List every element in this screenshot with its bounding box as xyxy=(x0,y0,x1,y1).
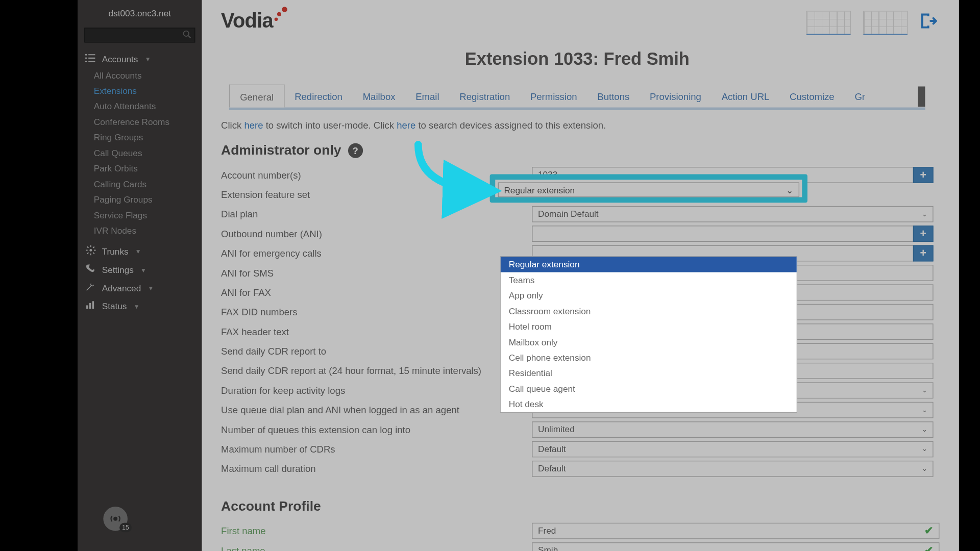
caret-down-icon: ▼ xyxy=(135,248,141,255)
caret-down-icon: ▼ xyxy=(148,285,154,291)
option-cell-phone-extension[interactable]: Cell phone extension xyxy=(501,350,797,365)
option-app-only[interactable]: App only xyxy=(501,288,797,303)
wrench-icon xyxy=(84,282,96,294)
logout-icon[interactable] xyxy=(920,12,939,34)
chevron-down-icon: ⌄ xyxy=(922,386,927,394)
sidebar-item-conference-rooms[interactable]: Conference Rooms xyxy=(94,114,202,130)
header: Vodia xyxy=(202,0,952,39)
nav-advanced[interactable]: Advanced ▼ xyxy=(78,278,202,296)
add-button[interactable]: + xyxy=(913,245,933,261)
hint-text: Click here to switch into user-mode. Cli… xyxy=(202,110,952,136)
sidebar-item-call-queues[interactable]: Call Queues xyxy=(94,145,202,161)
label: Account number(s) xyxy=(221,166,532,183)
input[interactable] xyxy=(532,226,914,242)
tab-permission[interactable]: Permission xyxy=(520,85,587,108)
connection-badge[interactable] xyxy=(103,507,128,531)
input[interactable] xyxy=(532,542,939,551)
header-grid-1[interactable] xyxy=(806,11,850,35)
label: Number of queues this extension can log … xyxy=(221,421,532,438)
header-grid-2[interactable] xyxy=(863,11,907,35)
tab-gr[interactable]: Gr xyxy=(844,85,875,108)
section-profile-label: Account Profile xyxy=(221,498,321,514)
tab-buttons[interactable]: Buttons xyxy=(587,85,640,108)
hint-post: to search devices assigned to this exten… xyxy=(415,119,606,130)
sidebar-item-calling-cards[interactable]: Calling Cards xyxy=(94,177,202,192)
nav-accounts[interactable]: Accounts ▼ xyxy=(78,49,202,68)
sidebar-item-ivr-nodes[interactable]: IVR Nodes xyxy=(94,223,202,238)
help-icon[interactable]: ? xyxy=(348,143,362,158)
option-classroom-extension[interactable]: Classroom extension xyxy=(501,303,797,318)
nav-advanced-label: Advanced xyxy=(102,283,141,293)
option-teams[interactable]: Teams xyxy=(501,272,797,288)
label: ANI for FAX xyxy=(221,284,532,300)
hint-link-usermode[interactable]: here xyxy=(244,119,263,130)
tab-mailbox[interactable]: Mailbox xyxy=(352,85,405,108)
tab-registration[interactable]: Registration xyxy=(449,85,520,108)
svg-rect-18 xyxy=(89,303,91,309)
select[interactable]: Default⌄ xyxy=(532,441,933,457)
select[interactable]: Domain Default⌄ xyxy=(532,206,933,222)
highlight-feature-set: Regular extension ⌄ xyxy=(490,174,807,203)
tab-provisioning[interactable]: Provisioning xyxy=(640,85,712,108)
tab-email[interactable]: Email xyxy=(405,85,449,108)
list-icon xyxy=(84,54,96,65)
tab-action-url[interactable]: Action URL xyxy=(711,85,779,108)
tabs: GeneralRedirectionMailboxEmailRegistrati… xyxy=(229,85,925,110)
row-dial-plan: Dial planDomain Default⌄ xyxy=(221,204,933,223)
sidebar-item-all-accounts[interactable]: All Accounts xyxy=(94,67,202,83)
select[interactable]: Unlimited⌄ xyxy=(532,421,933,438)
brand-logo[interactable]: Vodia xyxy=(221,7,288,32)
section-admin: Administrator only ? xyxy=(202,136,952,162)
label: First name xyxy=(221,522,532,539)
tab-redirection[interactable]: Redirection xyxy=(284,85,352,108)
option-regular-extension[interactable]: Regular extension xyxy=(501,257,797,272)
tabs-scroll-handle[interactable] xyxy=(918,86,925,107)
nav-trunks[interactable]: Trunks ▼ xyxy=(78,241,202,260)
svg-point-6 xyxy=(85,57,87,59)
row-outbound-number-ani-: Outbound number (ANI)+ xyxy=(221,223,933,243)
control: Default⌄ xyxy=(532,460,933,477)
sidebar-item-service-flags[interactable]: Service Flags xyxy=(94,207,202,222)
row-maximum-call-duration: Maximum call durationDefault⌄ xyxy=(221,459,933,478)
svg-line-1 xyxy=(188,36,190,38)
select[interactable]: Default⌄ xyxy=(532,460,933,477)
select-value: Default xyxy=(538,463,566,473)
sidebar-item-extensions[interactable]: Extensions xyxy=(94,83,202,98)
chevron-down-icon: ⌄ xyxy=(922,406,927,414)
search-input[interactable] xyxy=(84,28,195,42)
svg-line-16 xyxy=(93,246,94,248)
label: Dial plan xyxy=(221,206,532,222)
sidebar-search xyxy=(84,28,195,42)
add-button[interactable]: + xyxy=(913,166,933,183)
svg-point-8 xyxy=(89,249,92,252)
option-hotel-room[interactable]: Hotel room xyxy=(501,319,797,334)
row-first-name: First name✔ xyxy=(221,521,933,540)
hint-mid: to switch into user-mode. Click xyxy=(263,119,397,130)
search-icon[interactable] xyxy=(182,30,192,41)
option-call-queue-agent[interactable]: Call queue agent xyxy=(501,381,797,396)
hint-link-devices[interactable]: here xyxy=(397,119,415,130)
section-profile: Account Profile xyxy=(202,492,952,518)
sidebar-item-auto-attendants[interactable]: Auto Attendants xyxy=(94,98,202,114)
select-value: Default xyxy=(538,444,566,454)
svg-rect-17 xyxy=(86,305,88,309)
chevron-down-icon: ⌄ xyxy=(786,185,794,195)
option-hot-desk[interactable]: Hot desk xyxy=(501,396,797,412)
gear-icon xyxy=(84,245,96,258)
option-mailbox-only[interactable]: Mailbox only xyxy=(501,334,797,349)
control: Unlimited⌄ xyxy=(532,421,933,438)
nav-status[interactable]: Status ▼ xyxy=(78,296,202,315)
tab-customize[interactable]: Customize xyxy=(779,85,844,108)
tab-general[interactable]: General xyxy=(229,85,284,108)
nav-settings[interactable]: Settings ▼ xyxy=(78,260,202,279)
sidebar-item-park-orbits[interactable]: Park Orbits xyxy=(94,161,202,176)
feature-set-select[interactable]: Regular extension ⌄ xyxy=(498,182,800,197)
sidebar-item-ring-groups[interactable]: Ring Groups xyxy=(94,130,202,145)
option-residential[interactable]: Residential xyxy=(501,365,797,381)
svg-point-5 xyxy=(85,54,87,56)
domain-label: dst003.onc3.net xyxy=(78,3,202,25)
nav-trunks-label: Trunks xyxy=(102,246,129,257)
add-button[interactable]: + xyxy=(913,226,933,242)
input[interactable] xyxy=(532,522,939,539)
sidebar-item-paging-groups[interactable]: Paging Groups xyxy=(94,192,202,207)
